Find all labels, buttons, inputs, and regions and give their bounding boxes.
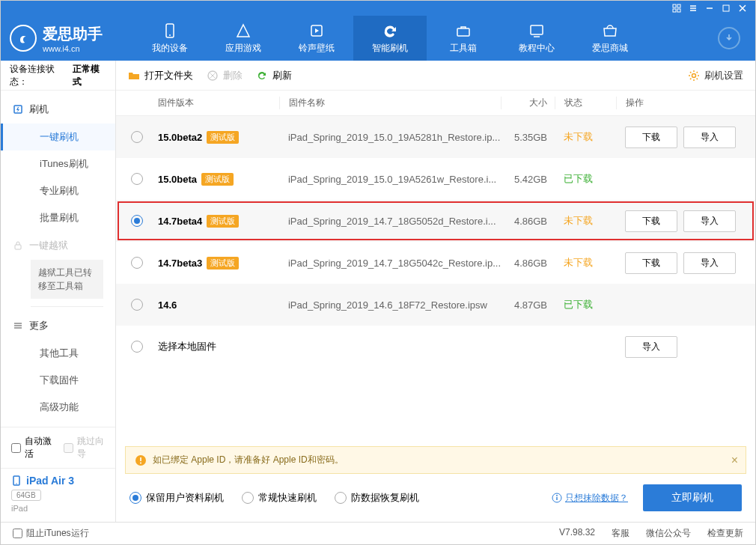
firmware-row[interactable]: 15.0beta2测试版iPad_Spring_2019_15.0_19A528… [116, 116, 755, 158]
svg-rect-20 [556, 497, 557, 500]
firmware-status: 未下载 [555, 214, 616, 228]
flash-now-button[interactable]: 立即刷机 [643, 484, 742, 511]
import-button[interactable]: 导入 [683, 252, 736, 274]
refresh-icon [256, 70, 268, 82]
row-radio[interactable] [131, 299, 143, 311]
row-radio[interactable] [131, 257, 143, 269]
block-itunes-checkbox[interactable]: 阻止iTunes运行 [13, 527, 89, 540]
svg-rect-17 [140, 457, 141, 461]
device-info[interactable]: iPad Air 3 64GB iPad [1, 468, 115, 522]
col-status: 状态 [555, 97, 616, 109]
import-button[interactable]: 导入 [683, 210, 736, 232]
svg-rect-11 [15, 245, 21, 249]
firmware-row[interactable]: 15.0beta测试版iPad_Spring_2019_15.0_19A5261… [116, 158, 755, 200]
firmware-name: iPad_Spring_2019_14.7_18G5052d_Restore.i… [279, 216, 501, 227]
option-radio[interactable] [335, 492, 347, 504]
close-icon[interactable] [737, 3, 748, 13]
sidebar-item-0[interactable]: 一键刷机 [1, 124, 115, 150]
row-radio[interactable] [131, 173, 143, 185]
footer-link-update[interactable]: 检查更新 [707, 527, 743, 540]
sidebar-more-1[interactable]: 下载固件 [1, 367, 115, 394]
nav-tutorial[interactable]: 教程中心 [500, 16, 573, 61]
open-folder-button[interactable]: 打开文件夹 [128, 69, 193, 82]
firmware-row[interactable]: 14.7beta3测试版iPad_Spring_2019_14.7_18G504… [116, 242, 755, 284]
row-radio[interactable] [131, 215, 143, 227]
firmware-row[interactable]: 14.6iPad_Spring_2019_14.6_18F72_Restore.… [116, 284, 755, 326]
refresh-button[interactable]: 刷新 [256, 69, 292, 82]
download-manager-icon[interactable] [718, 27, 740, 49]
alert-text: 如已绑定 Apple ID，请准备好 Apple ID和密码。 [153, 454, 344, 466]
flash-option-1[interactable]: 常规快速刷机 [242, 491, 317, 505]
import-button[interactable]: 导入 [683, 127, 736, 148]
flash-settings-button[interactable]: 刷机设置 [688, 69, 743, 82]
main-nav: 我的设备应用游戏铃声壁纸智能刷机工具箱教程中心爱思商城 [133, 16, 647, 61]
firmware-status: 未下载 [555, 256, 616, 270]
maximize-icon[interactable] [721, 3, 731, 13]
download-button[interactable]: 下载 [625, 252, 677, 274]
download-button[interactable]: 下载 [625, 127, 677, 148]
gear-icon [688, 70, 700, 82]
option-radio[interactable] [242, 492, 254, 504]
svg-rect-1 [677, 4, 680, 7]
option-radio[interactable] [129, 492, 141, 504]
row-radio[interactable] [131, 131, 143, 143]
settings-icon[interactable] [688, 3, 698, 13]
nav-store[interactable]: 爱思商城 [573, 16, 647, 61]
store-icon [602, 22, 618, 39]
sidebar-more-2[interactable]: 高级功能 [1, 394, 115, 421]
sidebar-more-0[interactable]: 其他工具 [1, 340, 115, 367]
minimize-icon[interactable] [704, 3, 715, 13]
nav-device[interactable]: 我的设备 [133, 16, 207, 61]
app-subtitle: www.i4.cn [43, 44, 103, 53]
firmware-actions: 下载导入 [616, 210, 743, 232]
svg-point-15 [692, 73, 696, 77]
firmware-size: 5.35GB [501, 132, 555, 143]
firmware-name: iPad_Spring_2019_15.0_19A5261w_Restore.i… [279, 174, 501, 185]
sidebar-head-more[interactable]: 更多 [1, 311, 115, 340]
row-radio[interactable] [131, 341, 143, 353]
warning-icon [135, 454, 147, 466]
firmware-name: iPad_Spring_2019_15.0_19A5281h_Restore.i… [279, 132, 501, 143]
firmware-size: 4.86GB [501, 258, 555, 269]
flash-options: 保留用户资料刷机常规快速刷机防数据恢复刷机 只想抹除数据？ 立即刷机 [116, 474, 755, 522]
nav-flash[interactable]: 智能刷机 [353, 16, 427, 61]
toolbar: 打开文件夹 删除 刷新 刷机设置 [116, 61, 755, 91]
download-button[interactable]: 下载 [625, 210, 677, 232]
sidebar-head-jailbreak: 一键越狱 [1, 231, 115, 260]
auto-activate-checkbox[interactable]: 自动激活 [11, 435, 52, 460]
header: 爱思助手 www.i4.cn 我的设备应用游戏铃声壁纸智能刷机工具箱教程中心爱思… [1, 16, 755, 61]
tablet-icon [11, 475, 22, 486]
erase-only-link[interactable]: 只想抹除数据？ [565, 492, 628, 505]
firmware-version: 15.0beta2测试版 [158, 131, 279, 144]
sidebar-item-2[interactable]: 专业刷机 [1, 177, 115, 204]
footer-link-wechat[interactable]: 微信公众号 [646, 527, 691, 540]
sidebar-item-3[interactable]: 批量刷机 [1, 204, 115, 231]
sidebar-item-1[interactable]: iTunes刷机 [1, 150, 115, 177]
firmware-row[interactable]: 14.7beta4测试版iPad_Spring_2019_14.7_18G505… [116, 200, 755, 242]
flash-option-0[interactable]: 保留用户资料刷机 [129, 491, 224, 505]
device-os: iPad [11, 504, 105, 513]
flash-option-2[interactable]: 防数据恢复刷机 [335, 491, 419, 505]
main-content: 打开文件夹 删除 刷新 刷机设置 固件版本 固件名称 大小 状态 操作 15.0… [116, 61, 755, 522]
firmware-table: 15.0beta2测试版iPad_Spring_2019_15.0_19A528… [116, 116, 755, 446]
skip-guide-checkbox[interactable]: 跳过向导 [64, 435, 104, 460]
footer-link-support[interactable]: 客服 [612, 527, 630, 540]
logo: 爱思助手 www.i4.cn [10, 24, 133, 53]
local-firmware-row[interactable]: 选择本地固件导入 [116, 326, 755, 368]
col-size: 大小 [501, 97, 555, 109]
tools-icon [455, 22, 472, 39]
nav-tools[interactable]: 工具箱 [427, 16, 500, 61]
nav-apps[interactable]: 应用游戏 [207, 16, 280, 61]
alert-close-icon[interactable]: × [731, 454, 738, 467]
grid-icon[interactable] [671, 3, 682, 13]
firmware-status: 已下载 [555, 172, 616, 186]
nav-ringtone[interactable]: 铃声壁纸 [280, 16, 353, 61]
apps-icon [235, 22, 252, 39]
connection-status: 设备连接状态： 正常模式 [1, 61, 115, 91]
table-header: 固件版本 固件名称 大小 状态 操作 [116, 91, 755, 116]
svg-rect-4 [723, 5, 729, 11]
sidebar-head-flash[interactable]: 刷机 [1, 95, 115, 124]
import-button[interactable]: 导入 [625, 336, 677, 358]
connection-value: 正常模式 [73, 63, 106, 88]
device-icon [162, 22, 178, 39]
